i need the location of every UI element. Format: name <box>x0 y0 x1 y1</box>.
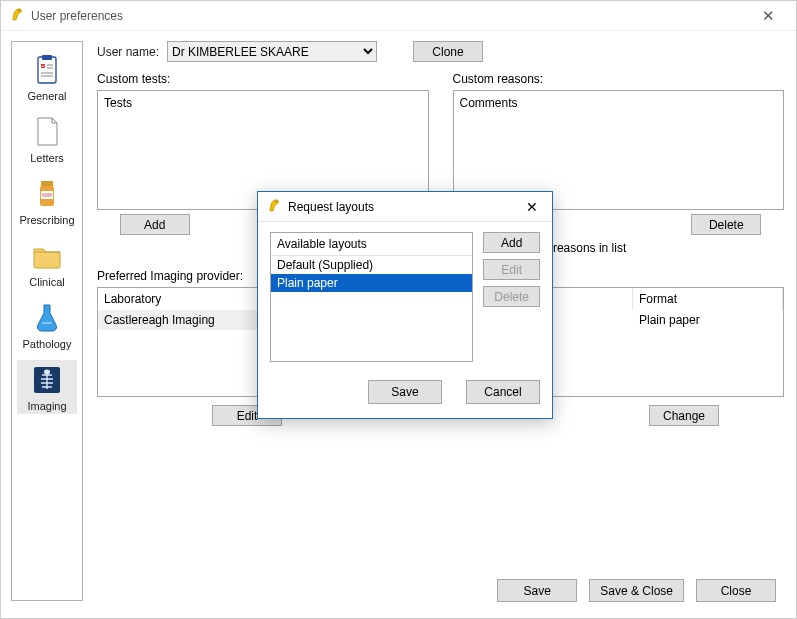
reasons-delete-button[interactable]: Delete <box>691 214 761 235</box>
xray-icon <box>27 362 67 398</box>
dialog-save-button[interactable]: Save <box>368 380 442 404</box>
dialog-close-button[interactable]: ✕ <box>520 199 544 215</box>
folder-icon <box>27 238 67 274</box>
user-name-select[interactable]: Dr KIMBERLEE SKAARE <box>167 41 377 62</box>
dialog-add-button[interactable]: Add <box>483 232 540 253</box>
app-icon <box>9 6 25 25</box>
layouts-header: Available layouts <box>271 233 472 256</box>
svg-rect-10 <box>41 191 53 199</box>
provider-change-button[interactable]: Change <box>649 405 719 426</box>
custom-tests-label: Custom tests: <box>97 72 429 86</box>
available-layouts-list[interactable]: Available layouts Default (Supplied) Pla… <box>270 232 473 362</box>
user-preferences-window: User preferences ✕ General Letters <box>0 0 797 619</box>
save-close-button[interactable]: Save & Close <box>589 579 684 602</box>
request-layouts-dialog: Request layouts ✕ Available layouts Defa… <box>257 191 553 419</box>
dialog-delete-button: Delete <box>483 286 540 307</box>
flask-icon <box>27 300 67 336</box>
page-icon <box>27 114 67 150</box>
dialog-title: Request layouts <box>288 200 520 214</box>
user-name-label: User name: <box>97 45 159 59</box>
svg-point-15 <box>276 201 277 202</box>
dialog-edit-button: Edit <box>483 259 540 280</box>
col-format[interactable]: Format <box>633 288 783 310</box>
sidebar-item-clinical[interactable]: Clinical <box>17 236 77 290</box>
sidebar-item-letters[interactable]: Letters <box>17 112 77 166</box>
close-button[interactable]: Close <box>696 579 776 602</box>
pill-bottle-icon <box>27 176 67 212</box>
sidebar-item-prescribing[interactable]: Prescribing <box>17 174 77 228</box>
svg-rect-8 <box>41 181 53 186</box>
titlebar: User preferences ✕ <box>1 1 796 31</box>
clone-button[interactable]: Clone <box>413 41 483 62</box>
dialog-cancel-button[interactable]: Cancel <box>466 380 540 404</box>
footer-buttons: Save Save & Close Close <box>497 579 776 602</box>
window-title: User preferences <box>31 9 748 23</box>
sidebar-item-pathology[interactable]: Pathology <box>17 298 77 352</box>
dialog-app-icon <box>266 197 282 216</box>
sidebar-item-general[interactable]: General <box>17 50 77 104</box>
category-sidebar: General Letters Prescribing Clinical <box>11 41 83 601</box>
list-item[interactable]: Comments <box>460 95 778 111</box>
list-item[interactable]: Tests <box>104 95 422 111</box>
window-close-button[interactable]: ✕ <box>748 7 788 25</box>
save-button[interactable]: Save <box>497 579 577 602</box>
clipboard-icon <box>27 52 67 88</box>
svg-point-14 <box>44 370 50 375</box>
svg-point-0 <box>19 10 20 11</box>
custom-reasons-label: Custom reasons: <box>453 72 785 86</box>
svg-rect-1 <box>38 57 56 83</box>
svg-rect-2 <box>42 55 52 60</box>
layout-option[interactable]: Default (Supplied) <box>271 256 472 274</box>
layout-option[interactable]: Plain paper <box>271 274 472 292</box>
sidebar-item-imaging[interactable]: Imaging <box>17 360 77 414</box>
tests-add-button[interactable]: Add <box>120 214 190 235</box>
